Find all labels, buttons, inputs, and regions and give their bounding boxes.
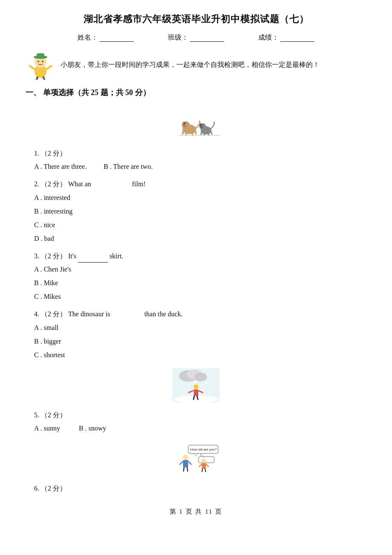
svg-line-25 <box>210 130 212 134</box>
name-label: 姓名： <box>78 33 134 42</box>
class-label: 班级： <box>168 33 224 42</box>
class-field[interactable] <box>190 34 224 42</box>
q3-stem: 3. （2 分） It's skirt. <box>34 250 366 263</box>
svg-rect-54 <box>183 460 188 467</box>
svg-point-21 <box>201 124 202 125</box>
question-4: 4. （2 分） The dinosaur is than the duck. … <box>26 308 366 361</box>
question-3: 3. （2 分） It's skirt. A . Chen Jie's B . … <box>26 250 366 304</box>
svg-line-8 <box>36 77 37 80</box>
svg-rect-42 <box>194 389 198 396</box>
question-6: How old are you? 6. （2 分） <box>26 439 366 495</box>
intro-section: 小朋友，带上你一段时间的学习成果，一起来做个自我检测吧，相信你一定是最棒的！ <box>26 50 366 80</box>
svg-line-57 <box>184 467 184 471</box>
question-2: 2. （2 分） What an film! A . interested B … <box>26 178 366 245</box>
q2-option-a: A . interested <box>34 191 366 205</box>
svg-point-30 <box>194 372 207 381</box>
q4-option-b: B . bigger <box>34 335 366 348</box>
score-field[interactable] <box>280 34 314 42</box>
svg-point-53 <box>183 455 188 460</box>
svg-line-16 <box>192 130 193 134</box>
svg-line-9 <box>43 77 45 80</box>
q4-option-c: C . shortest <box>34 348 366 362</box>
svg-line-14 <box>183 129 184 133</box>
svg-text:How old are you?: How old are you? <box>190 448 217 451</box>
q4-option-a: A . small <box>34 321 366 335</box>
svg-point-40 <box>174 396 218 403</box>
svg-point-37 <box>191 389 192 390</box>
svg-line-23 <box>204 131 205 135</box>
question-5-image <box>26 366 366 405</box>
question-6-image: How old are you? <box>26 439 366 478</box>
mascot-image <box>26 50 55 80</box>
svg-line-24 <box>208 131 209 135</box>
svg-line-7 <box>46 66 51 69</box>
svg-point-12 <box>182 121 186 126</box>
section1-title: 一、 单项选择（共 25 题；共 50 分） <box>26 87 366 98</box>
score-label: 成绩： <box>258 33 314 42</box>
svg-point-32 <box>187 384 189 386</box>
svg-point-5 <box>42 61 43 62</box>
q1-option-a: A . There are three. B . There are two. <box>34 160 366 173</box>
svg-line-58 <box>187 467 187 471</box>
svg-point-35 <box>206 382 208 384</box>
svg-point-13 <box>184 123 186 124</box>
q2-option-c: C . nice <box>34 218 366 232</box>
page-title: 湖北省孝感市六年级英语毕业升初中模拟试题（七） <box>26 13 366 26</box>
svg-line-64 <box>205 469 205 472</box>
svg-line-15 <box>186 130 187 134</box>
q3-option-c: C . Mikes <box>34 290 366 304</box>
svg-point-34 <box>200 384 202 386</box>
svg-point-4 <box>37 61 39 62</box>
svg-point-59 <box>202 458 206 463</box>
q1-stem: 1. （2 分） <box>34 147 366 160</box>
intro-text: 小朋友，带上你一段时间的学习成果，一起来做个自我检测吧，相信你一定是最棒的！ <box>61 59 320 71</box>
svg-point-39 <box>203 389 205 390</box>
q3-option-b: B . Mike <box>34 276 366 290</box>
svg-point-41 <box>193 384 199 389</box>
q2-option-d: D . bad <box>34 232 366 246</box>
q5-stem: 5. （2 分） <box>34 409 366 422</box>
q5-options: A . sunny B . snowy <box>34 422 366 435</box>
question-1-image <box>26 104 366 143</box>
question-5: 5. （2 分） A . sunny B . snowy <box>26 366 366 435</box>
name-field[interactable] <box>100 34 134 42</box>
question-1: 1. （2 分） A . There are three. B . There … <box>26 104 366 173</box>
svg-point-33 <box>193 381 195 383</box>
svg-point-31 <box>181 383 183 384</box>
svg-rect-60 <box>202 463 206 468</box>
svg-line-6 <box>30 66 35 69</box>
q2-stem: 2. （2 分） What an film! <box>34 178 366 191</box>
svg-line-63 <box>202 469 202 472</box>
header-info: 姓名： 班级： 成绩： <box>26 33 366 42</box>
q2-option-b: B . interesting <box>34 205 366 218</box>
page-footer: 第 1 页 共 11 页 <box>26 508 366 516</box>
svg-rect-3 <box>37 53 44 58</box>
q6-stem: 6. （2 分） <box>34 482 366 495</box>
q3-option-a: A . Chen Jie's <box>34 263 366 276</box>
q4-stem: 4. （2 分） The dinosaur is than the duck. <box>34 308 366 321</box>
svg-rect-51 <box>199 457 214 463</box>
svg-point-36 <box>184 389 186 390</box>
